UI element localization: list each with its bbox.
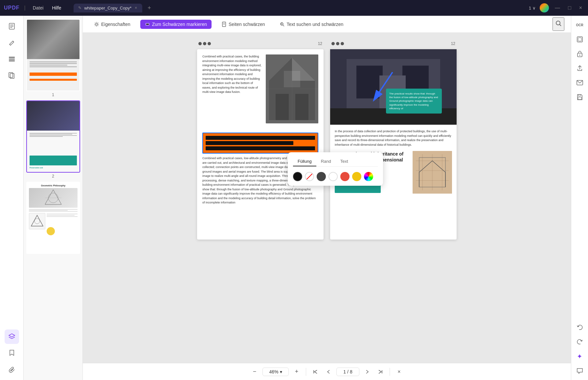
dot-r3 [341,42,344,45]
right-sidebar: OCR ✦ [571,16,588,380]
seiten-schwärzen-button[interactable]: Seiten schwärzen [217,20,270,29]
content-area: Eigenschaften Zum Schwärzen markieren Se… [83,16,571,380]
tab-add-button[interactable]: + [147,5,151,11]
user-avatar[interactable] [540,3,549,12]
nav-last-button[interactable] [375,367,386,377]
thumbnail-2[interactable]: Preservation and 2 [26,100,80,179]
zoom-display[interactable]: 46% ▾ [262,368,289,376]
swatch-white[interactable] [328,172,338,181]
nav-first-button[interactable] [310,367,321,377]
ocr-button[interactable]: OCR [574,19,586,31]
chat-icon [577,368,583,374]
sidebar-item-bookmark[interactable] [5,346,19,360]
maximize-button[interactable]: □ [566,4,573,11]
lock-icon [577,51,583,57]
swatch-transparent[interactable] [305,172,314,181]
swatch-red[interactable] [340,172,350,181]
page-dots-left [198,42,211,45]
thumbnail-3[interactable]: Geometric Philosophy [26,182,80,254]
schwärzen-markieren-label: Zum Schwärzen markieren [152,22,207,27]
close-bottom-button[interactable]: × [394,367,404,377]
tab-close-button[interactable]: × [134,6,138,10]
chat-button[interactable] [574,365,586,377]
zoom-out-button[interactable]: − [249,367,260,377]
svg-point-28 [556,21,560,25]
share-button[interactable] [574,62,586,74]
svg-line-29 [560,25,561,26]
sidebar-item-layers[interactable] [5,329,19,344]
redacted-section: Füllung Rand Text [202,133,318,154]
save-icon [577,94,583,100]
page-dots-right [331,42,344,45]
swatch-darkgray[interactable] [317,172,326,181]
svg-line-24 [283,25,284,26]
thumbnail-1[interactable]: 1 [26,19,80,97]
black-redact-2 [206,141,293,145]
tab-document-icon: ✎ [78,6,81,10]
bottom-toolbar: − 46% ▾ + 1 / 8 [83,363,571,380]
undo-button[interactable] [574,322,586,333]
redo-icon [577,339,583,345]
color-tab-rand[interactable]: Rand [316,157,336,166]
dot-3 [208,42,211,45]
page-number-input[interactable]: 1 / 8 [336,368,359,376]
page-sep: / [347,369,349,374]
zoom-dropdown-icon: ▾ [280,369,282,374]
sidebar-item-document[interactable] [5,19,19,33]
text-suchen-button[interactable]: Text suchen und schwärzen [275,20,348,29]
svg-rect-34 [295,94,308,120]
zoom-in-button[interactable]: + [291,367,302,377]
page-chevron-icon[interactable]: ∨ [532,6,536,11]
mail-icon [577,80,583,85]
color-tab-füllung[interactable]: Füllung [293,157,316,166]
redo-button[interactable] [574,336,586,348]
schwärzen-markieren-button[interactable]: Zum Schwärzen markieren [140,20,212,29]
ai-button[interactable]: ✦ [574,350,586,362]
share-icon [577,65,583,72]
scan-icon [577,36,583,43]
menu-datei[interactable]: Datei [30,4,46,12]
svg-point-17 [96,23,98,25]
nav-prev-button[interactable] [323,367,334,377]
svg-point-16 [34,219,40,224]
page-number-display: 1 [529,6,531,11]
swatch-yellow[interactable] [352,172,361,181]
preservation-img-col [413,151,452,194]
menu-hilfe[interactable]: Hilfe [49,4,64,12]
svg-rect-57 [577,37,582,42]
scan-button[interactable] [574,33,586,45]
nav-separator-2 [390,368,390,376]
svg-rect-8 [9,60,15,61]
nav-next-button[interactable] [362,367,373,377]
text-search-icon [280,22,285,27]
active-tab[interactable]: ✎ whitepaper_Copy_Copy* × [74,4,142,12]
dot-2 [203,42,206,45]
search-icon [555,20,562,27]
search-button[interactable] [553,17,564,31]
window-close-button[interactable]: × [577,4,584,11]
mail-button[interactable] [574,77,586,89]
swatch-colorpicker[interactable] [364,172,373,181]
nav-last-icon [378,369,383,374]
thumbnail-panel: 1 Preservation and 2 [24,16,83,380]
lock-button[interactable] [574,48,586,60]
document-viewer: 12 Combined with practical cases, the bu… [83,33,571,363]
page-panel-right: 12 The practical results show that: thro… [330,49,457,240]
save-button[interactable] [574,91,586,103]
zoom-value: 46% [269,369,278,374]
sidebar-item-list[interactable] [5,52,19,66]
sidebar-item-attachment[interactable] [5,362,19,377]
minimize-button[interactable]: — [553,4,562,11]
svg-marker-15 [31,215,43,226]
swatch-black[interactable] [293,172,302,181]
sidebar-item-edit[interactable] [5,35,19,50]
color-tab-text[interactable]: Text [336,157,353,166]
nav-next-icon [365,369,370,374]
sidebar-item-pages[interactable] [5,68,19,83]
page-panel-left: 12 Combined with practical cases, the bu… [197,49,324,240]
svg-marker-11 [9,334,15,337]
updf-logo: UPDF [4,5,20,11]
eigenschaften-button[interactable]: Eigenschaften [89,20,135,29]
svg-line-5 [10,44,11,45]
left-page-text-col: Combined with practical cases, the build… [202,54,262,127]
